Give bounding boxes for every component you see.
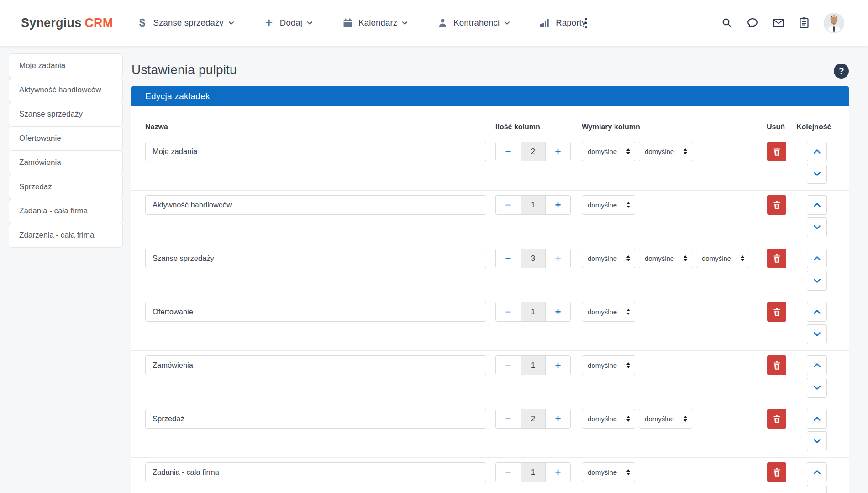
select-value: domyślne <box>588 361 617 369</box>
column-count-stepper: − 3 + <box>495 249 571 268</box>
move-up-button[interactable] <box>807 355 827 375</box>
table-row: − 1 + domyślne <box>131 351 849 404</box>
increase-columns-button[interactable]: + <box>546 196 570 214</box>
kebab-menu[interactable] <box>583 16 589 30</box>
move-down-button[interactable] <box>807 271 827 291</box>
sidebar-item-zam-wienia[interactable]: Zamówienia <box>9 150 123 175</box>
search-icon[interactable] <box>721 17 732 28</box>
mail-icon[interactable] <box>773 17 784 28</box>
column-width-select[interactable]: domyślne <box>639 142 692 161</box>
move-down-button[interactable] <box>807 217 827 237</box>
column-width-select[interactable]: domyślne <box>582 142 635 161</box>
nav-item-label: Kontrahenci <box>453 18 500 28</box>
tab-name-input[interactable] <box>145 302 486 322</box>
move-up-button[interactable] <box>807 249 827 268</box>
decrease-columns-button[interactable]: − <box>496 249 521 268</box>
move-down-button[interactable] <box>807 431 827 451</box>
help-icon[interactable]: ? <box>834 64 849 79</box>
sidebar-item-szanse-sprzeda-y[interactable]: Szanse sprzedaży <box>9 102 123 127</box>
column-width-select[interactable]: domyślne <box>639 409 692 429</box>
sidebar-item-zdarzenia-ca-a-frima[interactable]: Zdarzenia - cała frima <box>9 223 123 248</box>
increase-columns-button[interactable]: + <box>546 463 570 482</box>
nav-item-kontrahenci[interactable]: Kontrahenci <box>437 18 510 28</box>
sidebar-item-moje-zadania[interactable]: Moje zadania <box>9 53 123 78</box>
increase-columns-button[interactable]: + <box>546 249 570 268</box>
sidebar-item-zadania-ca-a-firma[interactable]: Zadania - cała firma <box>9 199 123 223</box>
page-title: Ustawienia pulpitu <box>132 63 237 77</box>
chevron-down-icon <box>813 171 821 176</box>
sidebar-item-aktywno-handlowc-w[interactable]: Aktywność handlowców <box>9 78 123 102</box>
tab-name-input[interactable] <box>145 462 486 482</box>
column-width-select[interactable]: domyślne <box>582 409 635 429</box>
nav-item-kalendarz[interactable]: Kalendarz <box>342 18 408 28</box>
sidebar-item-ofertowanie[interactable]: Ofertowanie <box>9 126 123 151</box>
increase-columns-button[interactable]: + <box>546 356 570 375</box>
select-value: domyślne <box>588 201 617 209</box>
nav-item-dodaj[interactable]: +Dodaj <box>263 16 313 29</box>
column-width-select[interactable]: domyślne <box>582 302 635 322</box>
nav-item-raporty[interactable]: Raporty <box>539 18 586 28</box>
column-count-value: 1 <box>521 302 546 321</box>
select-value: domyślne <box>645 415 674 423</box>
column-width-select[interactable]: domyślne <box>582 462 635 482</box>
delete-tab-button[interactable] <box>767 142 786 161</box>
navbar-actions <box>721 0 844 46</box>
move-up-button[interactable] <box>807 409 827 429</box>
chevron-down-icon <box>504 21 510 25</box>
increase-columns-button[interactable]: + <box>546 142 570 161</box>
tab-name-input[interactable] <box>145 409 486 429</box>
delete-tab-button[interactable] <box>767 355 786 375</box>
clipboard-icon[interactable] <box>799 17 810 29</box>
chevron-up-icon <box>813 363 821 368</box>
chat-icon[interactable] <box>747 17 758 28</box>
trash-icon <box>773 254 780 263</box>
column-width-select[interactable]: domyślne <box>639 249 692 268</box>
increase-columns-button[interactable]: + <box>546 409 570 428</box>
column-width-select[interactable]: domyślne <box>582 355 635 375</box>
sidebar-item-sprzeda-[interactable]: Sprzedaż <box>9 175 123 199</box>
column-count-value: 1 <box>521 463 546 482</box>
delete-tab-button[interactable] <box>767 409 786 429</box>
delete-tab-button[interactable] <box>767 302 786 322</box>
chevron-down-icon <box>402 21 408 25</box>
column-width-select[interactable]: domyślne <box>582 195 635 215</box>
calendar-icon <box>342 18 353 28</box>
table-header-row: Nazwa Ilość kolumn Wymiary kolumn Usuń K… <box>131 106 849 137</box>
move-down-button[interactable] <box>807 378 827 398</box>
chevron-up-icon <box>813 416 821 421</box>
app-logo[interactable]: SynergiusCRM <box>21 16 113 30</box>
move-down-button[interactable] <box>807 324 827 344</box>
decrease-columns-button[interactable]: − <box>496 196 521 214</box>
decrease-columns-button[interactable]: − <box>496 409 521 428</box>
increase-columns-button[interactable]: + <box>546 302 570 321</box>
decrease-columns-button[interactable]: − <box>496 356 521 375</box>
move-up-button[interactable] <box>807 142 827 161</box>
move-up-button[interactable] <box>807 302 827 322</box>
table-row: − 3 + domyślnedomyślnedomyślne <box>131 244 849 297</box>
delete-tab-button[interactable] <box>767 462 786 482</box>
column-count-stepper: − 2 + <box>495 142 571 161</box>
tab-name-input[interactable] <box>145 355 486 375</box>
user-avatar[interactable] <box>824 13 844 33</box>
move-up-button[interactable] <box>807 195 827 215</box>
column-width-select[interactable]: domyślne <box>696 249 749 268</box>
select-arrows-icon <box>684 148 687 154</box>
column-width-select[interactable]: domyślne <box>582 249 635 268</box>
tab-name-input[interactable] <box>145 142 486 161</box>
move-up-button[interactable] <box>807 462 827 482</box>
move-down-button[interactable] <box>807 485 827 493</box>
table-row: − 1 + domyślne <box>131 458 849 493</box>
nav-item-szanse-sprzeda-y[interactable]: $Szanse sprzedaży <box>137 17 234 28</box>
move-down-button[interactable] <box>807 164 827 184</box>
select-arrows-icon <box>626 309 630 315</box>
tab-name-input[interactable] <box>145 195 486 215</box>
chevron-up-icon <box>813 470 821 475</box>
delete-tab-button[interactable] <box>767 195 786 215</box>
decrease-columns-button[interactable]: − <box>496 463 521 482</box>
delete-tab-button[interactable] <box>767 249 786 268</box>
decrease-columns-button[interactable]: − <box>496 302 521 321</box>
person-icon <box>437 18 448 28</box>
decrease-columns-button[interactable]: − <box>496 142 521 161</box>
tab-name-input[interactable] <box>145 249 486 268</box>
nav-item-label: Dodaj <box>280 18 302 28</box>
